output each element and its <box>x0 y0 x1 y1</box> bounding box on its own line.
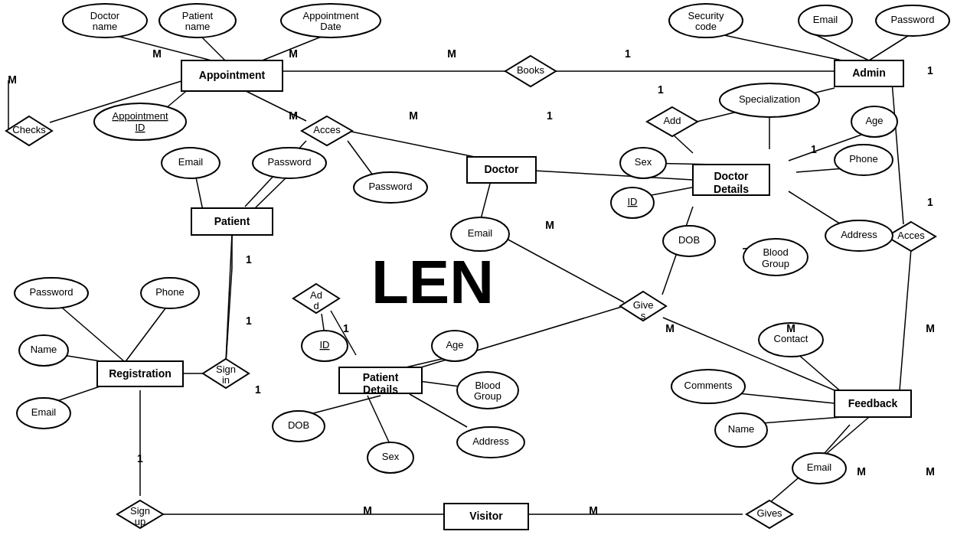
email3-text: Email <box>813 14 838 25</box>
mult-11: M <box>545 219 554 231</box>
mult-3: M <box>289 47 298 60</box>
books-label: Books <box>517 64 545 76</box>
security-code-text1: Security <box>688 10 724 21</box>
mult-19: 1 <box>927 196 933 208</box>
svg-line-44 <box>368 396 390 445</box>
blood-group1-text2: Group <box>762 258 789 269</box>
doctor-details-label1: Doctor <box>714 170 749 182</box>
mult-20: M <box>926 322 935 334</box>
address2-text: Address <box>472 435 509 447</box>
visitor-label: Visitor <box>469 510 503 522</box>
mult-9: 1 <box>658 83 664 96</box>
patient-details-label2: Details <box>363 383 398 396</box>
svg-line-29 <box>892 82 903 224</box>
comments-text: Comments <box>684 380 733 391</box>
email2-text: Email <box>468 227 493 239</box>
mult-7: M <box>409 109 418 122</box>
sex2-text: Sex <box>382 451 400 462</box>
password2-text: Password <box>368 181 412 192</box>
blood-group2-text1: Blood <box>475 380 500 391</box>
svg-line-10 <box>480 184 490 222</box>
specialization-text: Specialization <box>739 93 800 105</box>
mult-12: M <box>665 322 675 334</box>
mult-23: M <box>363 504 372 517</box>
admin-label: Admin <box>852 67 886 79</box>
mult-8: 1 <box>547 109 553 122</box>
sign-in-label2: in <box>222 374 230 386</box>
gives1-label2: s <box>641 310 646 321</box>
patient-label: Patient <box>214 215 250 227</box>
svg-line-30 <box>504 237 624 302</box>
add1-label: Add <box>663 115 681 126</box>
sex1-text: Sex <box>635 156 652 168</box>
add2-label2: d <box>313 300 318 311</box>
checks-label: Checks <box>12 124 46 135</box>
mult-17: 1 <box>343 322 349 334</box>
appt-date-text1: Appointment <box>303 10 359 21</box>
patient-name-text2: name <box>185 21 211 32</box>
svg-line-9 <box>348 131 475 157</box>
phone2-text: Phone <box>155 286 185 298</box>
sign-in-label1: Sign <box>216 364 236 375</box>
doctor-label: Doctor <box>484 163 519 175</box>
age1-text: Age <box>865 115 883 126</box>
acces1-label: Acces <box>313 124 341 135</box>
svg-line-14 <box>348 141 375 178</box>
contact-text: Contact <box>774 333 808 344</box>
svg-line-15 <box>521 170 693 180</box>
patient-details-label1: Patient <box>363 371 399 383</box>
mult-5: 1 <box>625 47 631 60</box>
mult-24: M <box>589 504 598 517</box>
watermark: LEN <box>371 248 494 316</box>
appt-id-text1: Appointment <box>113 110 168 122</box>
add2-label1: Ad <box>310 289 322 301</box>
dob1-text: DOB <box>678 234 700 246</box>
mult-2: M <box>152 47 162 60</box>
mult-16: 1 <box>255 383 261 396</box>
gives1-label1: Give <box>633 299 654 311</box>
address1-text: Address <box>841 229 877 240</box>
mult-21: M <box>926 465 935 478</box>
feedback-label: Feedback <box>848 397 898 409</box>
svg-line-27 <box>869 33 913 60</box>
mult-4: M <box>447 47 456 60</box>
blood-group1-text1: Blood <box>763 246 788 258</box>
phone1-text: Phone <box>849 153 878 165</box>
appt-id-text2: ID <box>136 122 145 133</box>
registration-label: Registration <box>109 367 172 380</box>
mult-6: M <box>289 109 298 122</box>
id2-text: ID <box>320 339 330 350</box>
svg-line-16 <box>672 134 693 153</box>
svg-line-54 <box>900 249 911 390</box>
age2-text: Age <box>446 339 463 350</box>
mult-25: M <box>857 465 866 478</box>
svg-line-46 <box>124 302 170 364</box>
security-code-text2: code <box>695 21 717 32</box>
email1-text: Email <box>178 156 204 168</box>
email4-text: Email <box>31 406 57 418</box>
email5-text: Email <box>807 461 832 473</box>
doctor-name-text2: name <box>93 21 118 32</box>
doctor-name-text1: Doctor <box>90 10 120 21</box>
name1-text: Name <box>31 344 57 355</box>
mult-18: 1 <box>927 64 933 77</box>
svg-line-28 <box>714 33 842 60</box>
password4-text: Password <box>29 286 73 298</box>
sign-up-label2: up <box>135 516 145 527</box>
acces2-label: Acces <box>897 230 925 241</box>
mult-1: M <box>8 73 17 86</box>
mult-13: M <box>786 322 795 334</box>
password3-text: Password <box>890 14 934 25</box>
mult-22: 1 <box>137 452 143 465</box>
id1-text: ID <box>628 196 638 207</box>
name2-text: Name <box>728 423 755 435</box>
sign-up-label1: Sign <box>130 505 150 517</box>
svg-line-36 <box>226 233 232 361</box>
dob2-text: DOB <box>288 419 309 431</box>
password1-text: Password <box>267 156 311 168</box>
appt-date-text2: Date <box>320 21 341 32</box>
doctor-details-label2: Details <box>714 183 749 195</box>
svg-line-42 <box>410 394 467 427</box>
mult-10: 1 <box>811 143 817 155</box>
mult-14: 1 <box>246 253 252 266</box>
